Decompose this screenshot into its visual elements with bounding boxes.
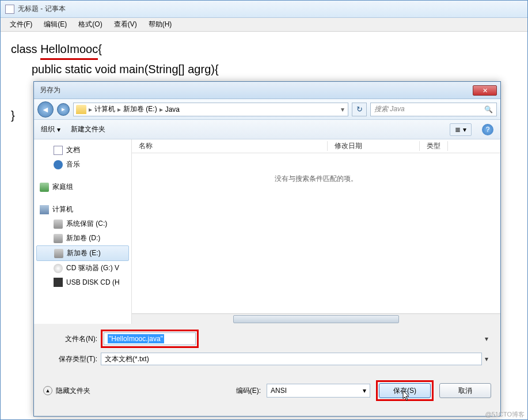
column-date[interactable]: 修改日期: [328, 141, 420, 151]
sidebar-item-label: 新加卷 (E:): [67, 248, 101, 258]
sidebar-item-label: 文档: [66, 145, 80, 155]
sidebar-item-label: 家庭组: [52, 182, 73, 192]
column-type[interactable]: 类型: [420, 141, 448, 151]
code-line-2: public static void main(String[] agrg){: [32, 60, 517, 78]
sidebar-item-usb[interactable]: USB DISK CD (H: [34, 275, 131, 289]
sidebar-item-music[interactable]: 音乐: [34, 157, 131, 172]
horizontal-scrollbar[interactable]: [132, 313, 500, 324]
saveas-dialog: 另存为 ✕ ◄ ▸ ▸ 计算机 ▸ 新加卷 (E:) ▸ Java ▾ ↻ 搜索…: [33, 81, 501, 417]
path-segment-folder[interactable]: Java: [165, 105, 180, 113]
cancel-button[interactable]: 取消: [439, 383, 491, 398]
hide-folders-label: 隐藏文件夹: [56, 386, 90, 396]
annotation-highlight: "HelloImooc.java": [101, 330, 199, 348]
menu-format[interactable]: 格式(O): [74, 18, 107, 31]
search-icon: 🔍: [484, 105, 493, 113]
drive-icon: [54, 234, 63, 243]
menu-view[interactable]: 查看(V): [109, 18, 142, 31]
column-name[interactable]: 名称: [132, 141, 328, 151]
filetype-select[interactable]: 文本文档(*.txt): [101, 353, 482, 365]
dialog-body: 文档 音乐 家庭组 计算机 系统保留 (C:) 新加卷 (D:) 新加卷 (E:…: [34, 139, 500, 324]
hide-folders-toggle[interactable]: ▲ 隐藏文件夹: [43, 386, 90, 396]
music-icon: [54, 160, 63, 169]
sidebar-item-drive-c[interactable]: 系统保留 (C:): [34, 217, 131, 231]
code-line-1: class HelloImooc{: [11, 40, 517, 60]
notepad-icon: [5, 5, 14, 14]
help-button[interactable]: ?: [482, 124, 493, 135]
usb-icon: [54, 278, 63, 287]
save-button-label: 保存(S): [393, 386, 416, 396]
filetype-value: 文本文档(*.txt): [105, 354, 149, 364]
dialog-title: 另存为: [37, 85, 473, 95]
sidebar-item-label: 计算机: [52, 205, 73, 214]
view-options-button[interactable]: ≣ ▾: [450, 123, 472, 136]
chevron-up-icon: ▲: [43, 386, 52, 395]
dialog-footer: ▲ 隐藏文件夹 编码(E): ANSI ▾ 保存(S) 取消: [34, 373, 500, 408]
encoding-value: ANSI: [271, 387, 287, 395]
encoding-label: 编码(E):: [236, 386, 261, 396]
chevron-right-icon: ▸: [117, 105, 121, 113]
document-icon: [54, 146, 63, 155]
filename-row: 文件名(N): "HelloImooc.java" ▾: [43, 330, 491, 348]
breadcrumb[interactable]: ▸ 计算机 ▸ 新加卷 (E:) ▸ Java ▾: [73, 103, 348, 116]
filename-input[interactable]: "HelloImooc.java": [104, 332, 196, 345]
sidebar-item-label: 系统保留 (C:): [66, 219, 107, 229]
chevron-right-icon: ▸: [159, 105, 163, 113]
cd-icon: [54, 264, 63, 273]
chevron-down-icon: ▾: [57, 126, 60, 134]
filetype-label: 保存类型(T):: [43, 354, 101, 364]
close-button[interactable]: ✕: [473, 85, 497, 96]
empty-message: 没有与搜索条件匹配的项。: [132, 174, 500, 184]
nav-forward-button[interactable]: ▸: [57, 103, 70, 116]
chevron-right-icon: ▸: [89, 105, 92, 113]
filename-label: 文件名(N):: [43, 334, 101, 344]
encoding-select[interactable]: ANSI ▾: [267, 384, 370, 398]
sidebar-item-computer[interactable]: 计算机: [34, 202, 131, 217]
filename-value: "HelloImooc.java": [108, 334, 164, 343]
filetype-dropdown[interactable]: ▾: [482, 355, 491, 363]
menu-edit[interactable]: 编辑(E): [39, 18, 71, 31]
code-brace: {: [98, 43, 102, 55]
chevron-down-icon[interactable]: ▾: [341, 105, 344, 113]
file-list[interactable]: 名称 修改日期 类型 没有与搜索条件匹配的项。: [132, 139, 500, 324]
cancel-button-label: 取消: [458, 386, 472, 396]
sidebar-item-homegroup[interactable]: 家庭组: [34, 180, 131, 194]
code-classname: HelloImooc: [40, 40, 98, 60]
dialog-fields: 文件名(N): "HelloImooc.java" ▾ 保存类型(T): 文本文…: [34, 324, 500, 373]
sidebar-item-drive-e[interactable]: 新加卷 (E:): [36, 245, 129, 261]
computer-icon: [40, 205, 49, 214]
dialog-titlebar[interactable]: 另存为 ✕: [34, 82, 500, 99]
path-segment-computer[interactable]: 计算机: [94, 104, 115, 114]
drive-icon: [54, 249, 63, 258]
sidebar-item-label: 新加卷 (D:): [66, 233, 100, 243]
notepad-title: 无标题 - 记事本: [18, 4, 66, 14]
path-segment-drive[interactable]: 新加卷 (E:): [123, 104, 157, 114]
search-input[interactable]: 搜索 Java 🔍: [370, 103, 497, 116]
file-list-header: 名称 修改日期 类型: [132, 139, 500, 153]
sidebar[interactable]: 文档 音乐 家庭组 计算机 系统保留 (C:) 新加卷 (D:) 新加卷 (E:…: [34, 139, 132, 324]
folder-icon: [76, 105, 86, 114]
sidebar-item-label: CD 驱动器 (G:) V: [66, 263, 119, 273]
notepad-titlebar[interactable]: 无标题 - 记事本: [1, 1, 527, 18]
scrollbar-thumb[interactable]: [233, 315, 399, 323]
organize-label: 组织: [41, 124, 55, 134]
new-folder-button[interactable]: 新建文件夹: [71, 124, 105, 134]
menu-help[interactable]: 帮助(H): [144, 18, 177, 31]
sidebar-item-label: 音乐: [66, 160, 80, 169]
menu-file[interactable]: 文件(F): [5, 18, 37, 31]
code-keyword: class: [11, 43, 40, 55]
save-button[interactable]: 保存(S): [379, 383, 431, 398]
organize-button[interactable]: 组织 ▾: [41, 124, 60, 134]
sidebar-item-drive-d[interactable]: 新加卷 (D:): [34, 231, 131, 245]
sidebar-item-label: USB DISK CD (H: [66, 278, 120, 286]
nav-back-button[interactable]: ◄: [37, 101, 54, 118]
sidebar-item-documents[interactable]: 文档: [34, 143, 131, 157]
filetype-row: 保存类型(T): 文本文档(*.txt) ▾: [43, 353, 491, 365]
chevron-down-icon: ▾: [363, 387, 366, 395]
homegroup-icon: [40, 183, 49, 192]
filename-dropdown[interactable]: ▾: [482, 335, 491, 343]
refresh-button[interactable]: ↻: [352, 103, 367, 116]
watermark: @51CTO博客: [485, 410, 525, 419]
notepad-menubar: 文件(F) 编辑(E) 格式(O) 查看(V) 帮助(H): [1, 18, 527, 32]
sidebar-item-cd[interactable]: CD 驱动器 (G:) V: [34, 261, 131, 275]
dialog-nav: ◄ ▸ ▸ 计算机 ▸ 新加卷 (E:) ▸ Java ▾ ↻ 搜索 Java …: [34, 99, 500, 120]
